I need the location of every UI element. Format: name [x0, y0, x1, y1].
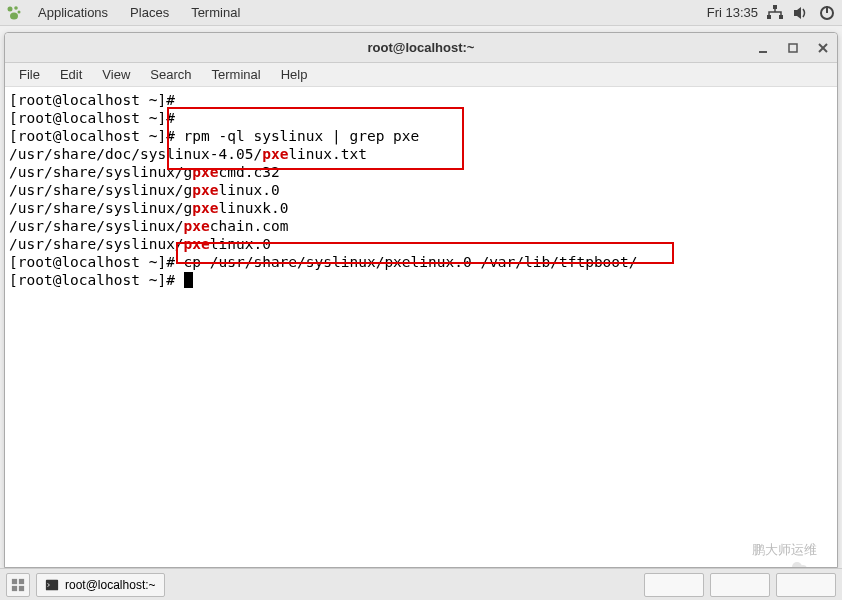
bottom-panel: root@localhost:~ — [0, 568, 842, 600]
menu-help[interactable]: Help — [271, 65, 318, 84]
taskbar-tray-1[interactable] — [644, 573, 704, 597]
terminal-line: /usr/share/syslinux/gpxelinux.0 — [9, 181, 833, 199]
terminal-line: [root@localhost ~]# — [9, 91, 833, 109]
terminal-line: [root@localhost ~]# — [9, 271, 833, 289]
menu-edit[interactable]: Edit — [50, 65, 92, 84]
window-controls — [755, 40, 831, 56]
svg-rect-15 — [12, 578, 17, 583]
window-title: root@localhost:~ — [368, 40, 475, 55]
taskbar-item-label: root@localhost:~ — [65, 578, 156, 592]
terminal-menu[interactable]: Terminal — [181, 2, 250, 23]
terminal-line: [root@localhost ~]# cp /usr/share/syslin… — [9, 253, 833, 271]
svg-rect-19 — [46, 579, 58, 590]
watermark-text: 鹏大师运维 — [752, 541, 817, 559]
topbar-left: Applications Places Terminal — [6, 2, 250, 23]
show-desktop-button[interactable] — [6, 573, 30, 597]
terminal-line: /usr/share/syslinux/pxelinux.0 — [9, 235, 833, 253]
gnome-foot-icon — [6, 5, 22, 21]
top-panel: Applications Places Terminal Fri 13:35 — [0, 0, 842, 26]
svg-point-2 — [18, 10, 21, 13]
maximize-button[interactable] — [785, 40, 801, 56]
svg-point-1 — [14, 6, 18, 10]
topbar-right: Fri 13:35 — [707, 4, 836, 22]
svg-rect-17 — [12, 585, 17, 590]
terminal-line: /usr/share/syslinux/gpxelinuxk.0 — [9, 199, 833, 217]
terminal-line: /usr/share/syslinux/pxechain.com — [9, 217, 833, 235]
terminal-window: root@localhost:~ File Edit View Search T… — [4, 32, 838, 568]
svg-point-0 — [8, 6, 13, 11]
close-button[interactable] — [815, 40, 831, 56]
svg-rect-16 — [19, 578, 24, 583]
window-titlebar[interactable]: root@localhost:~ — [5, 33, 837, 63]
volume-icon[interactable] — [792, 4, 810, 22]
network-icon[interactable] — [766, 4, 784, 22]
clock[interactable]: Fri 13:35 — [707, 5, 758, 20]
svg-rect-4 — [773, 5, 777, 9]
svg-rect-5 — [767, 15, 771, 19]
applications-menu[interactable]: Applications — [28, 2, 118, 23]
taskbar-item-terminal[interactable]: root@localhost:~ — [36, 573, 165, 597]
terminal-line: [root@localhost ~]# rpm -ql syslinux | g… — [9, 127, 833, 145]
terminal-line: [root@localhost ~]# — [9, 109, 833, 127]
svg-point-3 — [10, 12, 18, 19]
minimize-button[interactable] — [755, 40, 771, 56]
menu-search[interactable]: Search — [140, 65, 201, 84]
menu-terminal[interactable]: Terminal — [202, 65, 271, 84]
cursor — [184, 272, 193, 288]
svg-rect-18 — [19, 585, 24, 590]
taskbar-tray-3[interactable] — [776, 573, 836, 597]
terminal-line: /usr/share/syslinux/gpxecmd.c32 — [9, 163, 833, 181]
terminal-content[interactable]: [root@localhost ~]#[root@localhost ~]#[r… — [5, 87, 837, 567]
menu-view[interactable]: View — [92, 65, 140, 84]
terminal-line: /usr/share/doc/syslinux-4.05/pxelinux.tx… — [9, 145, 833, 163]
svg-rect-10 — [789, 44, 797, 52]
watermark: 鹏大师运维 — [728, 541, 817, 559]
wechat-icon — [728, 541, 746, 559]
places-menu[interactable]: Places — [120, 2, 179, 23]
power-icon[interactable] — [818, 4, 836, 22]
terminal-menubar: File Edit View Search Terminal Help — [5, 63, 837, 87]
menu-file[interactable]: File — [9, 65, 50, 84]
svg-rect-6 — [779, 15, 783, 19]
taskbar-tray-2[interactable] — [710, 573, 770, 597]
